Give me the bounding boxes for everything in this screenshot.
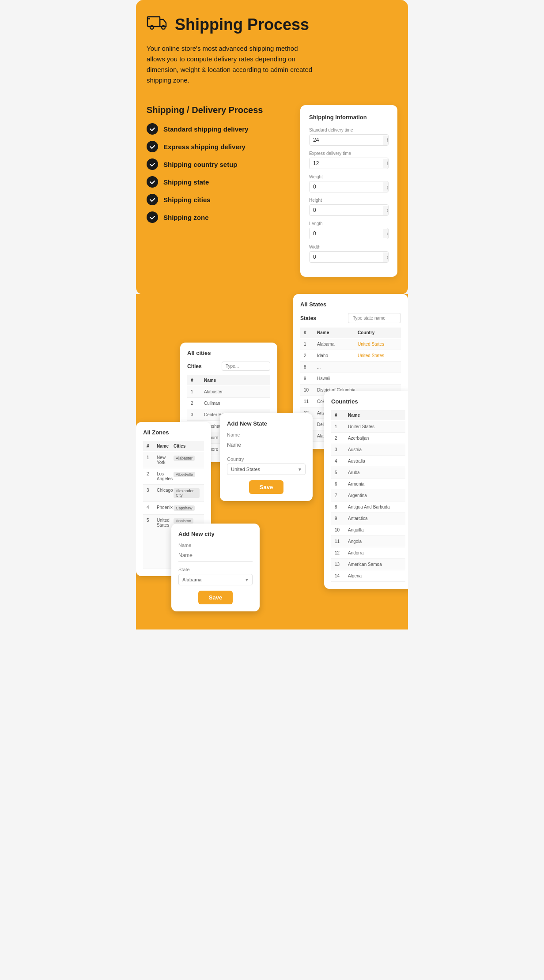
cities-search-row: Cities xyxy=(187,362,270,371)
state-country-label: Country xyxy=(227,456,306,462)
row-name: Phoenix xyxy=(157,505,174,510)
row-name: United States xyxy=(348,424,402,429)
state-country-select[interactable]: United States xyxy=(227,464,306,475)
countries-col-name: Name xyxy=(348,413,402,418)
states-table-header: # Name Country xyxy=(300,328,401,338)
cities-col-hash: # xyxy=(191,378,204,383)
row-name: Angola xyxy=(348,539,402,544)
row-cities: Albertville xyxy=(174,471,200,478)
countries-card: Countries # Name 1 United States 2 Azerb… xyxy=(324,391,408,589)
field-unit: hr(s) xyxy=(383,136,389,145)
row-num: 13 xyxy=(335,562,348,567)
field-input[interactable] xyxy=(310,228,383,239)
field-unit: cm xyxy=(383,253,389,262)
zones-col-name: Name xyxy=(157,444,174,449)
row-num: 1 xyxy=(147,455,157,460)
row-num: 3 xyxy=(191,412,204,417)
process-item: Shipping cities xyxy=(147,194,291,205)
field-input[interactable] xyxy=(310,205,383,215)
process-item: Standard shipping delivery xyxy=(147,123,291,135)
state-name-input[interactable] xyxy=(227,439,306,451)
row-num: 2 xyxy=(147,471,157,476)
check-icon xyxy=(147,123,158,135)
process-item: Express shipping delivery xyxy=(147,141,291,152)
city-tag: Anniston xyxy=(174,518,193,524)
row-name: Alabaster xyxy=(204,389,267,394)
city-state-select[interactable]: Alabama xyxy=(178,574,253,585)
row-cities: Alexander City xyxy=(174,488,200,498)
table-row: 1 United States xyxy=(331,421,405,433)
row-name: Argentina xyxy=(348,493,402,498)
row-num: 2 xyxy=(191,401,204,406)
add-state-title: Add New State xyxy=(227,420,306,427)
table-row: 8 ... xyxy=(300,362,401,373)
row-num: 3 xyxy=(147,488,157,493)
table-row: 14 Algeria xyxy=(331,570,405,582)
add-city-title: Add New city xyxy=(178,531,253,537)
svg-point-2 xyxy=(162,26,165,29)
row-name: Algeria xyxy=(348,573,402,578)
check-icon xyxy=(147,176,158,188)
row-name: Aruba xyxy=(348,470,402,475)
city-tag: Alabaster xyxy=(174,456,195,461)
table-row: 9 Antarctica xyxy=(331,513,405,524)
process-item: Shipping state xyxy=(147,176,291,188)
field-label: Length xyxy=(309,221,389,226)
field-unit: cm xyxy=(383,229,389,238)
states-search-row: States xyxy=(300,313,401,323)
city-tag: Albertville xyxy=(174,472,195,477)
table-row: 2 Idaho United States xyxy=(300,350,401,362)
row-num: 5 xyxy=(147,518,157,523)
field-input-row: gm xyxy=(309,181,389,192)
field-label: Standard delivery time xyxy=(309,128,389,132)
field-input[interactable] xyxy=(310,158,383,169)
field-label: Width xyxy=(309,245,389,249)
row-name: Andorra xyxy=(348,550,402,555)
states-col-name: Name xyxy=(317,330,358,335)
process-list: Shipping / Delivery Process Standard shi… xyxy=(147,105,291,229)
row-name: ... xyxy=(317,365,358,369)
all-cities-title: All cities xyxy=(187,350,270,356)
row-name: Austria xyxy=(348,447,402,452)
field-input[interactable] xyxy=(310,252,383,262)
header-area: Shipping Process Your online store's mos… xyxy=(147,13,397,96)
cities-search-input[interactable] xyxy=(222,362,270,371)
field-input-row: cm xyxy=(309,251,389,263)
city-state-field: State Alabama ▼ xyxy=(178,567,253,585)
check-icon xyxy=(147,141,158,152)
row-num: 10 xyxy=(304,388,317,392)
row-name: Idaho xyxy=(317,353,358,358)
shipping-field: Express delivery time hr(s) xyxy=(309,151,389,169)
process-title: Shipping / Delivery Process xyxy=(147,105,291,115)
row-num: 7 xyxy=(335,493,348,498)
countries-col-hash: # xyxy=(335,413,348,418)
add-city-save-button[interactable]: Save xyxy=(198,591,233,604)
field-label: Express delivery time xyxy=(309,151,389,156)
field-unit: gm xyxy=(383,182,389,192)
shipping-field: Length cm xyxy=(309,221,389,239)
city-name-field: Name xyxy=(178,543,253,562)
field-unit: hr(s) xyxy=(383,159,389,168)
row-name: United States xyxy=(157,518,174,528)
add-state-save-button[interactable]: Save xyxy=(249,480,283,494)
states-search-input[interactable] xyxy=(348,313,401,323)
process-item-label: Shipping state xyxy=(163,178,209,186)
svg-point-1 xyxy=(150,26,154,29)
row-num: 8 xyxy=(304,365,317,369)
table-row: 9 Hawaii xyxy=(300,373,401,384)
field-input[interactable] xyxy=(310,181,383,192)
row-num: 3 xyxy=(335,447,348,452)
row-name: Antarctica xyxy=(348,516,402,521)
field-input[interactable] xyxy=(310,135,383,145)
row-num: 6 xyxy=(335,482,348,486)
city-name-input[interactable] xyxy=(178,550,253,562)
table-row: 2 Cullman xyxy=(187,398,270,409)
row-name: Hawaii xyxy=(317,376,358,381)
table-row: 1 New York Alabaster xyxy=(143,452,204,468)
cities-table-header: # Name xyxy=(187,375,270,385)
all-states-title: All States xyxy=(300,301,401,308)
process-item-label: Shipping country setup xyxy=(163,161,238,168)
table-row: 3 Austria xyxy=(331,444,405,456)
table-row: 13 American Samoa xyxy=(331,559,405,570)
header-description: Your online store's most advanced shippi… xyxy=(147,43,314,86)
